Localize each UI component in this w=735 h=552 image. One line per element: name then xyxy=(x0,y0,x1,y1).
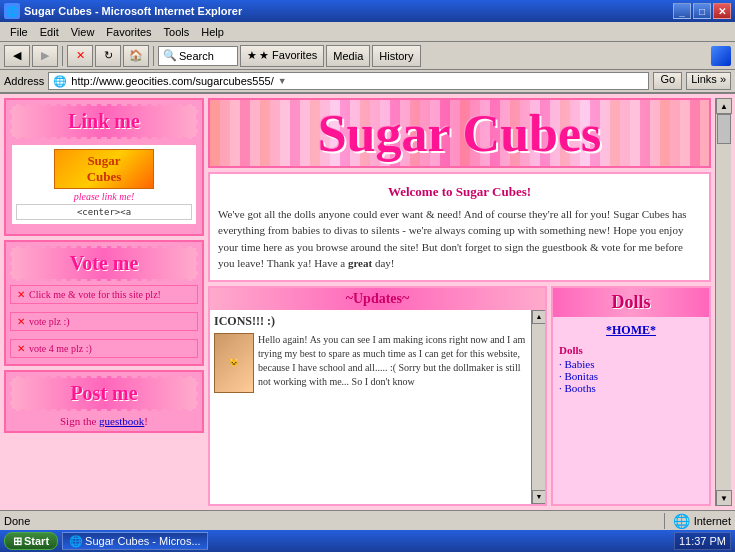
menu-tools[interactable]: Tools xyxy=(158,24,196,40)
history-button[interactable]: History xyxy=(372,45,420,67)
main-area: Sugar Cubes Welcome to Sugar Cubes! We'v… xyxy=(208,98,711,506)
updates-section: ~Updates~ ICONS!!! :) 🐱 xyxy=(208,286,547,507)
dolls-link-babies[interactable]: Babies xyxy=(559,358,703,370)
welcome-section: Welcome to Sugar Cubes! We've got all th… xyxy=(208,172,711,282)
updates-inner: ICONS!!! :) 🐱 Hello again! As you can se… xyxy=(210,310,531,417)
link-code-box[interactable]: <center><a xyxy=(16,204,192,220)
go-button[interactable]: Go xyxy=(653,72,682,90)
back-button[interactable]: ◀ xyxy=(4,45,30,67)
scroll-up-arrow[interactable]: ▲ xyxy=(532,310,545,324)
left-sidebar: Link me SugarCubes please link me! <cent… xyxy=(4,98,204,506)
update-text: Hello again! As you can see I am making … xyxy=(258,333,527,413)
icons-row: 🐱 Hello again! As you can see I am makin… xyxy=(214,333,527,413)
guestbook-link[interactable]: guestbook xyxy=(99,415,144,427)
home-button[interactable]: 🏠 xyxy=(123,45,149,67)
viewport: Link me SugarCubes please link me! <cent… xyxy=(0,94,735,510)
address-input-box[interactable]: 🌐 http://www.geocities.com/sugarcubes555… xyxy=(48,72,649,90)
address-dropdown-icon[interactable]: ▼ xyxy=(278,76,287,86)
dolls-nav: *HOME* Dolls Babies Bonitas Booths xyxy=(553,317,709,400)
banner-image: SugarCubes xyxy=(54,149,154,189)
page-inner: Link me SugarCubes please link me! <cent… xyxy=(0,94,735,510)
title-bar-icon: 🌐 xyxy=(4,3,20,19)
windows-logo xyxy=(711,46,731,66)
update-text-inner: Hello again! As you can see I am making … xyxy=(258,333,527,413)
menu-bar: File Edit View Favorites Tools Help xyxy=(0,22,735,42)
status-text: Done xyxy=(4,515,660,527)
scroll-down-arrow[interactable]: ▼ xyxy=(532,490,545,504)
vote-x-2: ✕ xyxy=(17,316,25,327)
maximize-button[interactable]: □ xyxy=(693,3,711,19)
favorites-star-icon: ★ xyxy=(247,49,257,62)
dolls-section: Dolls *HOME* Dolls Babies Bonitas Booths xyxy=(551,286,711,507)
status-zone: 🌐 Internet xyxy=(664,513,731,529)
title-bar-title: Sugar Cubes - Microsoft Internet Explore… xyxy=(24,5,673,17)
post-me-section: Post me Sign the guestbook! xyxy=(4,370,204,433)
post-me-title: Post me xyxy=(10,376,198,411)
spacer-1 xyxy=(10,306,198,310)
minimize-button[interactable]: _ xyxy=(673,3,691,19)
taskbar-ie-icon: 🌐 xyxy=(69,535,83,548)
toolbar: ◀ ▶ ✕ ↻ 🏠 🔍 Search ★ ★ Favorites Media H… xyxy=(0,42,735,70)
stop-button[interactable]: ✕ xyxy=(67,45,93,67)
vote-x-1: ✕ xyxy=(17,289,25,300)
page-content: Link me SugarCubes please link me! <cent… xyxy=(0,94,735,510)
toolbar-separator-1 xyxy=(62,46,63,66)
dolls-home-anchor[interactable]: *HOME* xyxy=(606,323,656,337)
vote-button-3[interactable]: ✕ vote 4 me plz :) xyxy=(10,339,198,358)
start-button[interactable]: ⊞ Start xyxy=(4,532,58,550)
search-label: Search xyxy=(179,50,214,62)
toolbar-separator-2 xyxy=(153,46,154,66)
dolls-link-bonitas[interactable]: Bonitas xyxy=(559,370,703,382)
link-me-title: Link me xyxy=(10,104,198,139)
updates-content-row: ICONS!!! :) 🐱 Hello again! As you can se… xyxy=(210,310,545,505)
scroll-thumb[interactable] xyxy=(717,114,731,144)
search-box[interactable]: 🔍 Search xyxy=(158,46,238,66)
address-label: Address xyxy=(4,75,44,87)
dolls-category: Dolls xyxy=(559,344,703,356)
bottom-row: ~Updates~ ICONS!!! :) 🐱 xyxy=(208,286,711,507)
update-image: 🐱 xyxy=(214,333,254,393)
start-windows-icon: ⊞ xyxy=(13,535,22,548)
close-button[interactable]: ✕ xyxy=(713,3,731,19)
forward-button[interactable]: ▶ xyxy=(32,45,58,67)
icons-title: ICONS!!! :) xyxy=(214,314,527,329)
menu-edit[interactable]: Edit xyxy=(34,24,65,40)
page-scrollbar[interactable]: ▲ ▼ xyxy=(715,98,731,506)
refresh-button[interactable]: ↻ xyxy=(95,45,121,67)
media-button[interactable]: Media xyxy=(326,45,370,67)
dolls-home-link[interactable]: *HOME* xyxy=(559,323,703,338)
welcome-title: Welcome to Sugar Cubes! xyxy=(218,182,701,202)
dolls-link-booths[interactable]: Booths xyxy=(559,382,703,394)
taskbar: ⊞ Start 🌐 Sugar Cubes - Micros... 11:37 … xyxy=(0,530,735,552)
vote-me-title: Vote me xyxy=(10,246,198,281)
address-bar: Address 🌐 http://www.geocities.com/sugar… xyxy=(0,70,735,94)
updates-text-area: ICONS!!! :) 🐱 Hello again! As you can se… xyxy=(214,314,527,413)
link-me-section: Link me SugarCubes please link me! <cent… xyxy=(4,98,204,236)
guestbook-text: Sign the guestbook! xyxy=(10,415,198,427)
page-scroll-up[interactable]: ▲ xyxy=(716,98,732,114)
scroll-track-right xyxy=(716,114,731,490)
menu-favorites[interactable]: Favorites xyxy=(100,24,157,40)
taskbar-task-ie[interactable]: 🌐 Sugar Cubes - Micros... xyxy=(62,532,208,550)
links-button[interactable]: Links » xyxy=(686,72,731,90)
site-title: Sugar Cubes xyxy=(318,104,602,163)
welcome-text: We've got all the dolls anyone could eve… xyxy=(218,206,701,272)
favorites-button[interactable]: ★ ★ Favorites xyxy=(240,45,324,67)
zone-text: Internet xyxy=(694,515,731,527)
please-link-text: please link me! xyxy=(74,191,135,202)
vote-x-3: ✕ xyxy=(17,343,25,354)
taskbar-time: 11:37 PM xyxy=(674,532,731,550)
header-banner: Sugar Cubes xyxy=(208,98,711,168)
menu-help[interactable]: Help xyxy=(195,24,230,40)
scroll-track xyxy=(532,324,545,491)
title-bar: 🌐 Sugar Cubes - Microsoft Internet Explo… xyxy=(0,0,735,22)
page-scroll-down[interactable]: ▼ xyxy=(716,490,732,506)
menu-file[interactable]: File xyxy=(4,24,34,40)
updates-title: ~Updates~ xyxy=(210,288,545,310)
updates-scrollbar[interactable]: ▲ ▼ xyxy=(531,310,545,505)
vote-button-1[interactable]: ✕ Click me & vote for this site plz! xyxy=(10,285,198,304)
vote-button-2[interactable]: ✕ vote plz :) xyxy=(10,312,198,331)
status-bar: Done 🌐 Internet xyxy=(0,510,735,530)
updates-content: ICONS!!! :) 🐱 Hello again! As you can se… xyxy=(210,310,531,505)
menu-view[interactable]: View xyxy=(65,24,101,40)
